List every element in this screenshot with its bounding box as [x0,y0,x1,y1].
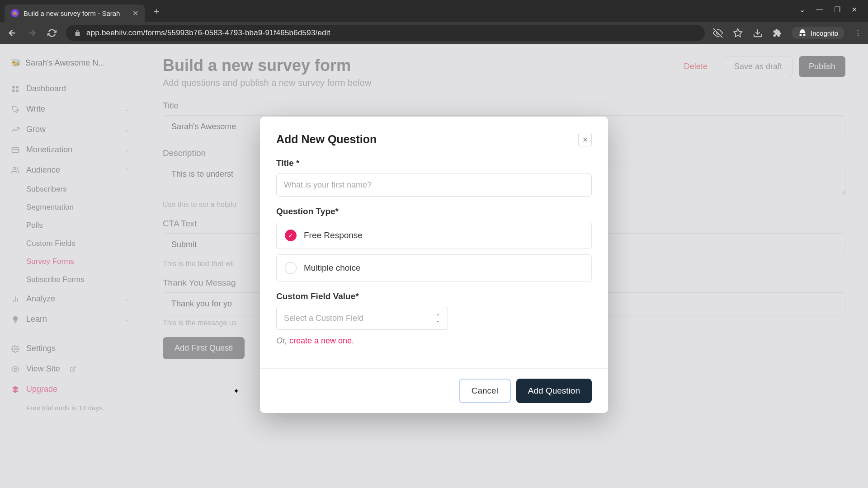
close-icon: ✕ [582,136,588,144]
extensions-icon[interactable] [773,28,782,38]
svg-marker-0 [734,29,742,37]
close-window-icon[interactable]: ✕ [851,5,857,14]
url-input[interactable]: app.beehiiv.com/forms/55993b76-0583-4793… [66,25,705,41]
radio-unchecked-icon [285,262,297,274]
tab-close-icon[interactable]: ✕ [132,9,138,18]
question-type-label: Question Type* [276,206,592,216]
maximize-icon[interactable]: ❐ [834,5,840,14]
window-controls: ⌄ ― ❐ ✕ [788,0,868,19]
incognito-badge[interactable]: Incognito [792,27,844,39]
tab-title: Build a new survey form - Sarah [24,9,128,17]
custom-field-label: Custom Field Value* [276,291,592,301]
incognito-label: Incognito [811,29,838,37]
browser-menu-icon[interactable]: ⋮ [854,29,862,38]
url-text: app.beehiiv.com/forms/55993b76-0583-4793… [86,28,330,38]
browser-tab[interactable]: 🐝 Build a new survey form - Sarah ✕ [5,5,145,22]
option-multiple-choice[interactable]: Multiple choice [276,254,592,282]
modal-overlay[interactable]: Add New Question ✕ Title * Question Type… [0,44,868,488]
option-free-response[interactable]: ✓ Free Response [276,222,592,249]
url-bar: app.beehiiv.com/forms/55993b76-0583-4793… [0,22,868,44]
radio-label: Multiple choice [304,263,361,273]
cancel-button[interactable]: Cancel [459,379,511,403]
tabs-dropdown-icon[interactable]: ⌄ [799,5,805,14]
incognito-icon [798,28,807,38]
minimize-icon[interactable]: ― [816,5,823,14]
add-question-modal: Add New Question ✕ Title * Question Type… [260,117,608,413]
back-button[interactable] [6,28,18,38]
question-title-input[interactable] [276,174,592,197]
bookmark-icon[interactable] [733,28,743,38]
radio-label: Free Response [304,230,363,240]
create-custom-field-link[interactable]: create a new one. [289,336,354,345]
select-chevrons-icon: ⌃⌄ [436,314,440,322]
question-title-label: Title * [276,158,592,168]
or-create-text: Or, create a new one. [276,336,592,346]
add-question-button[interactable]: Add Question [516,379,592,403]
new-tab-button[interactable]: ＋ [152,5,161,17]
custom-field-select[interactable]: Select a Custom Field ⌃⌄ [276,307,448,330]
download-icon[interactable] [753,28,763,38]
reload-button[interactable] [46,28,58,38]
tab-bar: 🐝 Build a new survey form - Sarah ✕ ＋ ⌄ … [0,0,868,22]
eye-off-icon[interactable] [713,28,723,38]
lock-icon [74,30,81,37]
tab-favicon-icon: 🐝 [11,9,19,17]
select-placeholder: Select a Custom Field [284,314,363,323]
forward-button[interactable] [26,28,38,38]
modal-title: Add New Question [276,133,377,146]
radio-checked-icon: ✓ [285,230,297,241]
modal-close-button[interactable]: ✕ [578,133,592,146]
